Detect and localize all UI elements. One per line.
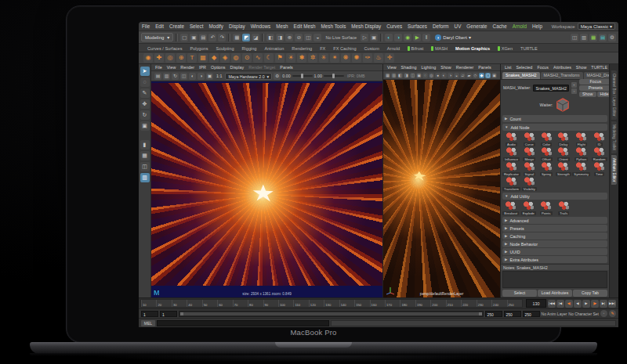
shelf-tab[interactable]: Sculpting [212,45,237,52]
panel-menu-item[interactable]: Show [440,65,451,70]
display-gear-icon[interactable]: ⚙ [274,73,281,80]
menu-item[interactable]: Edit Mesh [294,23,316,29]
panel-menu-item[interactable]: Renderer [456,65,473,70]
mash-node-button[interactable]: Offset [538,147,555,161]
shelf-tab[interactable]: Polygons [186,45,212,52]
panel-menu-item[interactable]: Panels [280,65,292,70]
shelf-tab[interactable]: XGen [494,45,516,52]
anim-start-field[interactable]: 1 [141,311,158,317]
current-frame-field[interactable]: 130 [526,299,546,308]
mash-node-button[interactable]: Spring [538,162,555,176]
panel-menu-item[interactable]: List [505,65,511,70]
menu-item[interactable]: Modify [208,23,223,29]
mash-node-button[interactable]: Orient [556,147,572,161]
menu-item[interactable]: Display [229,23,245,29]
collapsed-section-header[interactable]: ▶ UUID [502,248,607,255]
menu-item[interactable]: Mesh Display [351,23,381,29]
collapsed-section-header[interactable]: ▶ Caching [502,232,607,240]
shelf-tab[interactable]: Custom [361,45,383,52]
panel-menu-item[interactable]: Selected [516,65,532,70]
shelf-tab[interactable]: Animation [260,45,288,52]
mash-node-button[interactable]: Strength [556,162,572,176]
mash-node-button[interactable]: Replicator [502,162,520,176]
focus-button[interactable]: Focus [579,79,612,85]
shelf-tab[interactable]: Curves / Surfaces [143,45,186,52]
zoom-ratio-button[interactable]: 1:1 [216,74,222,78]
menu-item[interactable]: Arnold [513,23,527,29]
collapsed-section-header[interactable]: ▶ Node Behavior [502,240,607,247]
menu-item[interactable]: Curves [386,23,402,29]
mash-node-button[interactable]: Audio [502,132,520,146]
panel-menu-item[interactable]: Options [211,65,226,70]
node-tab[interactable]: MASH2_Transform [541,72,583,79]
menu-item[interactable]: Help [532,23,542,29]
panel-menu-item[interactable]: View [167,65,176,70]
menu-set-dropdown[interactable]: Modeling▾ [141,33,173,41]
shelf-tab[interactable]: Rigging [238,45,261,52]
user-account-dropdown[interactable]: ◗ Daryl Obert ▾ [435,34,471,41]
panel-menu-item[interactable]: View [387,65,397,70]
footer-button[interactable]: Select [502,290,537,297]
mash-node-button[interactable]: Transform [502,177,520,191]
rendered-image-area[interactable]: size: 2934 x 1361 zoom: 0.849 M [151,81,382,297]
menu-item[interactable]: Mesh Tools [321,23,346,29]
shelf-tab[interactable]: FX [316,45,329,52]
mel-toggle-button[interactable]: MEL [141,320,155,326]
menu-item[interactable]: Mesh [276,23,288,29]
mash-node-button[interactable]: Symmetry [572,162,590,176]
mash-node-button[interactable]: Signal [521,162,538,176]
node-tab[interactable]: Snakes_MASH2 [502,72,540,79]
collapsed-section-header[interactable]: ▶ Advanced [502,217,607,224]
panel-menu-item[interactable]: Focus [537,65,549,70]
shelf-tab[interactable]: Motion Graphics [451,45,494,52]
shelf-tab[interactable]: FX Caching [329,45,360,52]
anim-end-field[interactable]: 250 [504,311,521,317]
waiter-cube-icon[interactable] [556,98,570,112]
mash-node-button[interactable]: Influence [502,147,520,161]
menu-item[interactable]: Create [169,23,184,29]
mash-utility-button[interactable]: Breakout [502,201,520,215]
workspace-dropdown[interactable]: Maya Classic ▾ [578,23,615,30]
sidebar-vertical-tab[interactable]: Modeling Toolkit [611,121,617,153]
menu-item[interactable]: File [142,23,150,29]
mash-node-button[interactable]: Time [591,162,607,176]
collapsed-section-header[interactable]: ▶ Presets [502,225,607,232]
panel-menu-item[interactable]: Display [230,65,245,70]
shelf-tab[interactable]: Bifrost [404,45,427,52]
menu-item[interactable]: Edit [155,23,164,29]
playback-end-field[interactable]: 250 [485,311,502,317]
mash-node-button[interactable]: Curve [521,132,538,146]
renderer-dropdown[interactable]: Maya Hardware 2.0▾ [225,73,272,80]
sidebar-vertical-tab[interactable]: Channel Box / Layer Editor [611,70,617,120]
mash-node-button[interactable]: Python [572,147,590,161]
menu-item[interactable]: UV [455,23,462,29]
panel-menu-item[interactable]: Attributes [553,65,571,70]
waiter-name-input[interactable]: Snakes_MASH2 [533,85,569,92]
panel-menu-item[interactable]: IPR [199,65,206,70]
shelf-tab[interactable]: Arnold [383,45,404,52]
shelf-tab[interactable]: Rendering [288,45,316,52]
playback-start-field[interactable]: 1 [160,311,177,317]
sidebar-vertical-tab[interactable]: Attribute Editor [611,155,617,185]
anim-layer-dropdown[interactable]: No Anim Layer [542,312,567,316]
add-node-section-header[interactable]: ▼ Add Node [502,124,607,131]
sub-end-field[interactable]: 250 [523,311,540,317]
gamma-slider[interactable] [324,75,344,77]
panel-menu-item[interactable]: Lighting [421,65,436,70]
mash-node-button[interactable]: ID [591,132,607,146]
exposure-slider[interactable] [292,75,313,77]
shelf-tab[interactable]: TURTLE [516,45,542,52]
panel-menu-item[interactable]: Shading [401,65,417,70]
panel-menu-item[interactable]: File [155,65,162,70]
panel-menu-item[interactable]: Panels [478,65,491,70]
add-utility-section-header[interactable]: ▼ Add Utility [502,193,607,200]
range-slider-track[interactable] [179,311,484,317]
mash-node-button[interactable]: Visibility [521,177,538,191]
panel-menu-item[interactable]: Render Target [248,65,275,70]
count-section-header[interactable]: ▶ Count [502,115,607,122]
mash-node-button[interactable]: Color [538,132,555,146]
menu-item[interactable]: Windows [251,23,271,29]
presets-button[interactable]: Presets [579,85,612,91]
shelf-tab[interactable]: MASH [427,45,451,52]
panel-menu-item[interactable]: TURTLE [591,65,607,70]
